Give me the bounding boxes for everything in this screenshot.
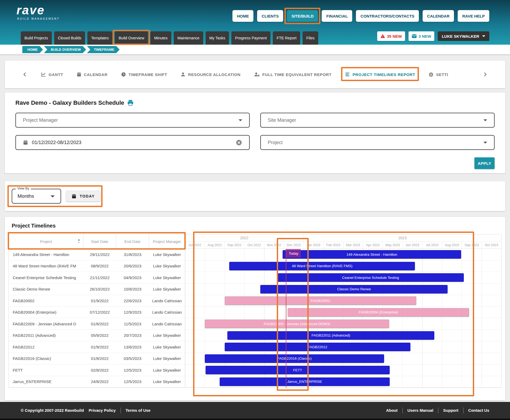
gantt-year-2023: 2023 — [304, 234, 501, 241]
start-date-cell: 29/11/2022 — [83, 249, 116, 260]
contact-us-link[interactable]: Contact Us — [468, 408, 489, 413]
gantt-body: 149 Alexandra Street - Hamilton29/11/202… — [9, 249, 501, 388]
breadcrumb-item-home[interactable]: HOME — [22, 46, 43, 53]
sub-nav-templates[interactable]: Templates — [87, 31, 112, 45]
app: rave BUILD MANAGEMENT HOMECLIENTSSITE/BU… — [0, 0, 510, 420]
gantt-bar-fagb20004-enterprise[interactable]: FAGB20004 (Enterprise) — [288, 308, 469, 317]
clear-date-button[interactable] — [236, 139, 242, 146]
start-date-cell: 01/8/2022 — [83, 353, 116, 364]
timeline-row-fagb22016-classic: FAGB22016 (Classic)01/8/202203/5/2023Luk… — [9, 353, 501, 365]
project-select[interactable]: Project — [260, 135, 495, 150]
user-menu-button[interactable]: LUKE SKYWALKER — [438, 31, 489, 41]
project-manager-cell: Luke Skywalker — [149, 330, 185, 341]
gantt-month-feb-2023: Feb 2023 — [324, 242, 343, 249]
gantt-bar-149-alexandra-street-hamilton[interactable]: 149 Alexandra Street - Hamilton — [283, 250, 461, 259]
tab-gantt[interactable]: GANTT — [41, 72, 63, 77]
privacy-policy-link[interactable]: Privacy Policy — [89, 408, 116, 413]
timeline-row-classic-demo-renee: Classic Demo Renee26/10/202210/8/2023Luk… — [9, 284, 501, 295]
top-nav-rave-help[interactable]: RAVE HELP — [458, 10, 489, 22]
project-manager-select[interactable]: Project Manager — [15, 113, 250, 128]
column-header-project-manager: Project Manager — [149, 234, 185, 249]
messages-badge[interactable]: 3 NEW — [409, 31, 435, 41]
gantt-bar-fett[interactable]: FETT — [206, 366, 390, 374]
caret-down-icon — [50, 195, 55, 200]
gantt-lane: Classic Demo Renee — [185, 284, 501, 295]
top-nav-site-build[interactable]: SITE/BUILD — [287, 10, 318, 22]
gantt-bar-jarrus-enterprise[interactable]: Jarrus_ENTERPRISE — [220, 377, 390, 386]
gantt-lane: 149 Alexandra Street - Hamilton — [185, 249, 501, 260]
top-nav-calendar[interactable]: CALENDAR — [423, 10, 454, 22]
gantt-bar-fagb22011-advanced[interactable]: FAGB22011 (Advanced) — [227, 331, 434, 340]
project-cell: FAGB22012 — [9, 341, 83, 353]
today-button[interactable]: TODAY — [66, 191, 100, 202]
site-manager-select[interactable]: Site Manager — [260, 113, 495, 128]
users-manual-link[interactable]: Users Manual — [407, 408, 434, 413]
gantt-month-oct-2022: Oct 2022 — [244, 242, 264, 249]
gantt-bar-classic-demo-renee[interactable]: Classic Demo Renee — [260, 285, 448, 293]
apply-button[interactable]: APPLY — [474, 157, 495, 169]
tab-project-timelines-report[interactable]: PROJECT TIMELINES REPORT — [345, 72, 415, 77]
breadcrumb-item-build-overview[interactable]: BUILD OVERVIEW — [44, 46, 86, 53]
logo-text: rave — [16, 4, 60, 16]
tab-label: CALENDAR — [84, 72, 108, 77]
printer-icon[interactable] — [127, 99, 134, 106]
project-cell: FAGB22009 - Jennian (Advanced D — [9, 318, 83, 330]
logo[interactable]: rave BUILD MANAGEMENT — [16, 4, 60, 20]
sub-nav-build-projects[interactable]: Build Projects — [21, 31, 52, 45]
gantt-bar-48-ward-street-hamilton-rave-fm[interactable]: 48 Ward Street Hamilton (RAVE FMS) — [229, 262, 415, 270]
sort-icon[interactable] — [77, 238, 81, 245]
sub-nav-build-overview[interactable]: Build Overview — [115, 31, 148, 45]
alerts-count: 35 NEW — [387, 34, 402, 39]
sub-nav-my-tasks[interactable]: My Tasks — [206, 31, 229, 45]
view-by-value: Months — [18, 193, 34, 199]
tab-full-time-equivalent-report[interactable]: FULL TIME EQUIVALENT REPORT — [254, 72, 332, 77]
alerts-badge[interactable]: 35 NEW — [377, 31, 405, 41]
gantt-month-jan-2023: Jan 2023 — [304, 242, 324, 249]
column-header-project[interactable]: Project — [9, 234, 83, 249]
divider — [121, 408, 121, 413]
tab-calendar[interactable]: CALENDAR — [76, 72, 108, 77]
tab-timeframe-shift[interactable]: TIMEFRAME SHIFT — [121, 72, 167, 77]
tab-label: FULL TIME EQUIVALENT REPORT — [262, 72, 332, 77]
support-link[interactable]: Support — [443, 408, 458, 413]
sub-nav-files[interactable]: Files — [303, 31, 318, 45]
filters-card: Rave Demo - Galaxy Builders Schedule Pro… — [5, 93, 505, 173]
gantt-month-apr-2023: Apr 2023 — [363, 242, 383, 249]
project-cell: Classic Demo Renee — [9, 284, 83, 295]
sub-nav-maintenance[interactable]: Maintenance — [174, 31, 203, 45]
breadcrumb-item-timeframe[interactable]: TIMEFRAME — [87, 46, 120, 53]
gantt-month-oct-2023: Oct 2023 — [482, 242, 501, 249]
view-by-select[interactable]: View By Months — [12, 189, 61, 204]
list-icon — [345, 72, 350, 77]
date-range-field[interactable]: 01/12/2022-08/12/2023 — [15, 135, 250, 150]
gantt-bar-fagb22012[interactable]: FAGB22012 — [225, 343, 410, 351]
project-manager-cell: Luke Skywalker — [149, 364, 185, 376]
top-nav-clients[interactable]: CLIENTS — [257, 10, 283, 22]
sub-nav-minutes[interactable]: Minutes — [150, 31, 171, 45]
gantt-bar-fagb20002[interactable]: FAGB20002 — [225, 296, 416, 305]
top-nav-contractors-contacts[interactable]: CONTRACTORS/CONTACTS — [356, 10, 419, 22]
gantt-bar-ceanel-enterprise-schedule-testing[interactable]: Ceanel Enterprise Schedule Testing — [277, 273, 464, 282]
tab-setti[interactable]: ⚙SETTI — [428, 72, 448, 77]
tab-resource-allocation[interactable]: RESOURCE ALLOCATION — [180, 72, 240, 77]
tab-label: RESOURCE ALLOCATION — [188, 72, 240, 77]
chevron-left-icon[interactable] — [22, 72, 28, 77]
sub-nav-progress-payment[interactable]: Progress Payment — [231, 31, 270, 45]
terms-of-use-link[interactable]: Terms of Use — [126, 408, 151, 413]
chevron-right-icon[interactable] — [482, 72, 488, 77]
caret-down-icon — [483, 142, 487, 145]
sub-nav-closed-builds[interactable]: Closed Builds — [54, 31, 85, 45]
gantt-bar-fagb22016-classic[interactable]: FAGB22016 (Classic) — [205, 354, 384, 363]
top-nav-financial[interactable]: FINANCIAL — [322, 10, 352, 22]
start-date-cell: 24/8/2022 — [83, 376, 116, 388]
top-nav-home[interactable]: HOME — [232, 10, 253, 22]
end-date-cell: 22/6/2023 — [116, 295, 149, 306]
end-date-cell: 04/9/2023 — [116, 272, 149, 283]
gantt-lane: FETT — [185, 364, 501, 376]
caret-down-icon — [239, 119, 242, 123]
start-date-cell: 21/11/2022 — [83, 272, 116, 283]
sub-nav-fte-report[interactable]: FTE Report — [273, 31, 300, 45]
gantt-bar-label: Jarrus_ENTERPRISE — [287, 380, 322, 384]
gantt-bar-fagb22009-jennian-advanced-d[interactable]: FAGB22009 - Jennian (Advanced DEMO) — [205, 320, 389, 328]
about-link[interactable]: About — [386, 408, 397, 413]
